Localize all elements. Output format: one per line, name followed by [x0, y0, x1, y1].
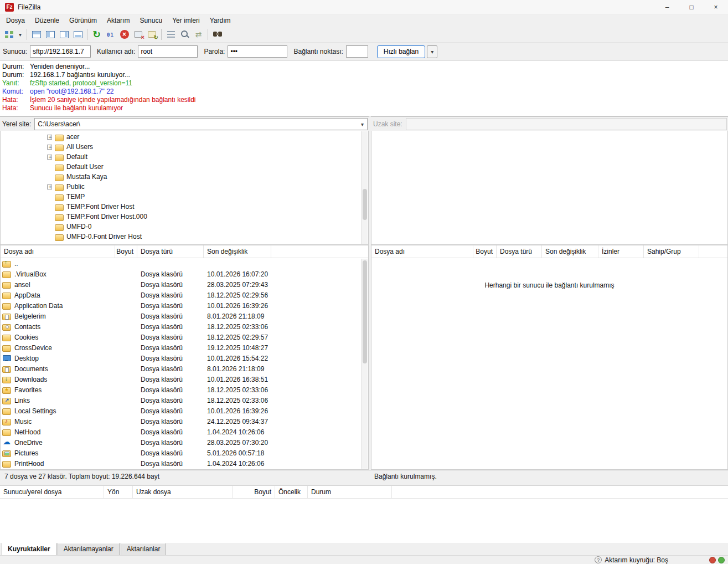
local-site-combobox[interactable]: C:\Users\acer\ [34, 118, 368, 130]
file-row[interactable]: .VirtualBox Dosya klasörü 10.01.2026 16:… [1, 269, 368, 279]
file-row[interactable]: Belgelerim Dosya klasörü 8.01.2026 21:18… [1, 311, 368, 321]
expander-icon[interactable] [47, 184, 52, 189]
column-header-type[interactable]: Dosya türü [137, 245, 204, 258]
port-input[interactable] [346, 45, 368, 58]
column-header-modified[interactable]: Son değişiklik [542, 245, 598, 258]
scrollbar-thumb[interactable] [363, 260, 367, 363]
compare-icon [180, 30, 189, 39]
synchronized-browsing-button[interactable] [192, 28, 205, 42]
directory-compare-button[interactable] [178, 28, 192, 42]
column-header-size[interactable]: Boyut [115, 245, 137, 258]
menu-item[interactable]: Görünüm [64, 15, 102, 26]
tree-item[interactable]: Mustafa Kaya [1, 172, 368, 182]
log-line: Durum: Yeniden deneniyor... [2, 63, 728, 71]
indicator-red-icon [709, 557, 716, 563]
file-row[interactable]: CrossDevice Dosya klasörü 19.12.2025 10:… [1, 342, 368, 353]
menu-item[interactable]: Yardım [205, 15, 236, 26]
file-name-cell: Downloads [1, 376, 115, 383]
expander-icon[interactable] [47, 145, 52, 150]
column-header-owner[interactable]: Sahip/Grup [644, 245, 699, 258]
menu-item[interactable]: Aktarım [102, 15, 135, 26]
process-queue-button[interactable] [104, 28, 117, 42]
disconnect-button[interactable] [131, 28, 145, 42]
file-type: Dosya klasörü [137, 312, 204, 320]
file-row[interactable]: Desktop Dosya klasörü 10.01.2026 15:54:2… [1, 353, 368, 363]
close-button[interactable]: × [704, 0, 728, 14]
tree-item-label: Default [66, 153, 87, 161]
file-name-cell: Desktop [1, 355, 115, 362]
column-header-size[interactable]: Boyut [473, 245, 497, 258]
file-row[interactable]: NetHood Dosya klasörü 1.04.2024 10:26:06 [1, 427, 368, 437]
find-files-button[interactable] [210, 28, 224, 42]
username-input[interactable] [138, 45, 198, 58]
column-header-modified[interactable]: Son değişiklik [204, 245, 271, 258]
filter-button[interactable] [164, 28, 178, 42]
file-row[interactable]: .. [1, 258, 368, 269]
column-header-permissions[interactable]: İzinler [598, 245, 644, 258]
queue-tab[interactable]: Aktarılamayanlar [58, 543, 120, 556]
tree-item[interactable]: All Users [1, 142, 368, 152]
file-row[interactable]: ansel Dosya klasörü 28.03.2025 07:29:43 [1, 279, 368, 290]
file-list-scrollbar[interactable] [361, 259, 368, 469]
queue-tab[interactable]: Aktarılanlar [121, 543, 167, 556]
menu-item[interactable]: Dosya [1, 15, 30, 26]
filezilla-logo-icon: Fz [5, 3, 14, 12]
column-header-name[interactable]: Dosya adı [371, 245, 473, 258]
site-manager-button[interactable] [2, 28, 16, 42]
file-icon [2, 439, 11, 446]
tree-item[interactable]: TEMP.Font Driver Host [1, 202, 368, 212]
site-manager-dropdown-button[interactable] [16, 28, 24, 42]
quickconnect-button[interactable]: Hızlı bağlan [377, 45, 425, 58]
file-icon [2, 302, 11, 309]
tree-item[interactable]: TEMP.Font Driver Host.000 [1, 212, 368, 222]
file-row[interactable]: Pictures Dosya klasörü 5.01.2026 00:57:1… [1, 448, 368, 458]
filezilla-window: Fz FileZilla – □ × Dosya Düzenle Görünüm… [0, 0, 728, 564]
file-row[interactable]: Contacts Dosya klasörü 18.12.2025 02:33:… [1, 321, 368, 332]
tree-item[interactable]: Default [1, 152, 368, 162]
toggle-local-tree-button[interactable] [43, 28, 57, 42]
file-row[interactable]: Downloads Dosya klasörü 10.01.2026 16:38… [1, 374, 368, 384]
toggle-queue-button[interactable] [71, 28, 85, 42]
remote-site-label: Uzak site: [373, 120, 402, 128]
disconnect-icon [134, 31, 142, 38]
file-row[interactable]: Music Dosya klasörü 24.12.2025 09:34:37 [1, 416, 368, 427]
column-header-type[interactable]: Dosya türü [497, 245, 542, 258]
chevron-down-icon[interactable] [358, 120, 367, 128]
tree-item[interactable]: UMFD-0 [1, 222, 368, 232]
tree-item[interactable]: Public [1, 182, 368, 192]
menu-item[interactable]: Yer imleri [167, 15, 205, 26]
quickconnect-dropdown-button[interactable] [427, 45, 437, 58]
scrollbar-thumb[interactable] [363, 189, 367, 220]
file-row[interactable]: Favorites Dosya klasörü 18.12.2025 02:33… [1, 384, 368, 395]
queue-tab[interactable]: Kuyruktakiler [2, 543, 56, 556]
tree-item[interactable]: acer [1, 132, 368, 142]
file-row[interactable]: Documents Dosya klasörü 8.01.2026 21:18:… [1, 363, 368, 374]
host-input[interactable] [30, 45, 91, 58]
tree-scrollbar[interactable] [361, 131, 368, 244]
file-row[interactable]: Cookies Dosya klasörü 18.12.2025 02:29:5… [1, 332, 368, 342]
expander-icon[interactable] [47, 155, 52, 160]
file-name: Links [14, 397, 30, 404]
tree-item[interactable]: TEMP [1, 192, 368, 202]
column-header-name[interactable]: Dosya adı [1, 245, 115, 258]
file-row[interactable]: Local Settings Dosya klasörü 10.01.2026 … [1, 406, 368, 416]
local-site-bar: Yerel site: C:\Users\acer\ [0, 116, 369, 131]
tree-item[interactable]: Default User [1, 162, 368, 172]
file-row[interactable]: PrintHood Dosya klasörü 1.04.2024 10:26:… [1, 458, 368, 469]
maximize-button[interactable]: □ [679, 0, 704, 14]
refresh-button[interactable] [90, 28, 104, 42]
minimize-button[interactable]: – [655, 0, 679, 14]
file-row[interactable]: OneDrive Dosya klasörü 28.03.2025 07:30:… [1, 437, 368, 448]
file-row[interactable]: Links Dosya klasörü 18.12.2025 02:33:06 [1, 395, 368, 406]
file-row[interactable]: Application Data Dosya klasörü 10.01.202… [1, 300, 368, 311]
expander-icon[interactable] [47, 135, 52, 140]
file-row[interactable]: AppData Dosya klasörü 18.12.2025 02:29:5… [1, 290, 368, 300]
tree-item[interactable]: UMFD-0.Font Driver Host [1, 232, 368, 242]
reconnect-button[interactable] [145, 28, 159, 42]
password-input[interactable] [228, 45, 287, 58]
toggle-message-log-button[interactable] [29, 28, 43, 42]
menu-item[interactable]: Düzenle [30, 15, 64, 26]
menu-item[interactable]: Sunucu [135, 15, 167, 26]
cancel-operation-button[interactable] [117, 28, 131, 42]
toggle-remote-tree-button[interactable] [57, 28, 71, 42]
